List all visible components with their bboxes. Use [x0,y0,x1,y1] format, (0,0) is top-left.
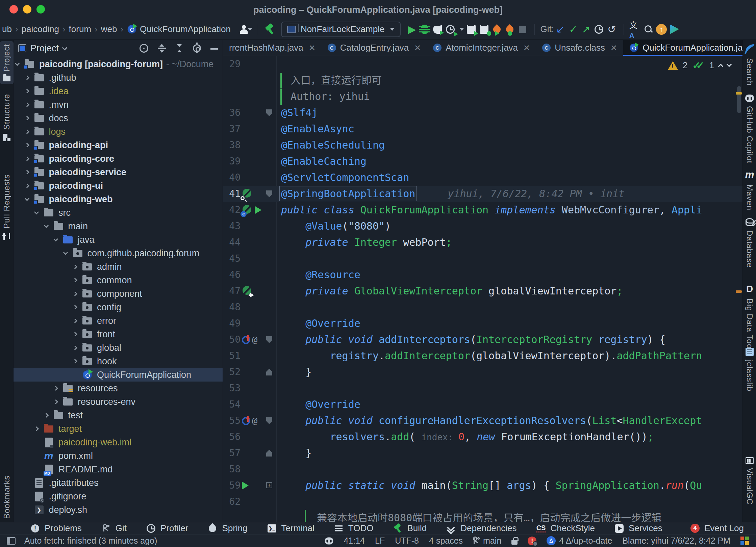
tree-item-.idea[interactable]: .idea [14,84,223,98]
code-line[interactable]: 入口，直接运行即可 [223,72,742,88]
run-coverage-button[interactable] [431,23,444,36]
chevron-collapsed-icon[interactable] [73,345,77,350]
tree-item-docs[interactable]: docs [14,111,223,125]
status-widget-Blame-[interactable]: Blame: yihui 7/6/22, 8:42 PM [622,536,730,546]
close-icon[interactable]: ✕ [414,43,421,53]
toolwindow-button-spring[interactable]: Spring [208,523,247,533]
toolwindow-button-services[interactable]: Services [614,523,662,533]
update-available-button[interactable]: ↑ [655,23,668,36]
code-line-29[interactable]: 29 [223,56,742,72]
status-widget[interactable] [325,537,333,545]
chevron-collapsed-icon[interactable] [24,143,29,148]
translate-button[interactable]: 文A [629,23,642,36]
status-widget[interactable] [511,537,518,545]
chevron-collapsed-icon[interactable] [53,399,58,404]
breadcrumb-item-forum[interactable]: forum [69,24,91,34]
chevron-down-icon[interactable] [62,45,68,50]
debug-button[interactable] [418,23,431,36]
breadcrumb-item-QuickForumApplication[interactable]: QuickForumApplication [140,24,231,34]
tree-item-paicoding-web.iml[interactable]: paicoding-web.iml [14,436,223,449]
chevron-collapsed-icon[interactable] [24,75,29,80]
chevron-collapsed-icon[interactable] [24,156,29,161]
code-line-54[interactable]: 54 @Override [223,396,742,413]
code-editor[interactable]: 29入口，直接运行即可Author: yihui36@Slf4j37@Enabl… [223,56,742,522]
fold-marker[interactable] [266,109,272,116]
tree-item-paicoding[interactable]: paicoding [paicoding-forum]- ~/Docume [14,57,223,71]
toolwindow-tab-github-copilot[interactable]: GitHub Copilot [743,95,756,163]
editor-tab-rrentHashMap.java[interactable]: rrentHashMap.java✕ [223,40,322,56]
code-line[interactable]: Author: yihui [223,88,742,105]
toolwindow-tab-visualgc[interactable]: VisualGC [743,457,756,505]
tree-item-common[interactable]: common [14,274,223,287]
tree-item-paicoding-web[interactable]: paicoding-web [14,192,223,206]
tree-item-logs[interactable]: logs [14,125,223,138]
tree-item-.gitignore[interactable]: .gitignore [14,490,223,503]
code-line-59[interactable]: 59+ public static void main(String[] arg… [223,477,742,494]
toolwindow-button-todo[interactable]: TODO [334,523,374,533]
code-line-52[interactable]: 52 } [223,364,742,380]
toolwindow-tab-structure[interactable]: Structure [0,94,14,141]
toolwindow-tab-search[interactable]: Search [743,44,756,86]
profile-button[interactable] [444,23,457,36]
git-update-button[interactable]: ↙ [554,23,567,36]
toolwindow-button-dependencies[interactable]: Dependencies [446,523,516,533]
async-profiler-run-button[interactable] [490,23,503,36]
tree-item-.gitattributes[interactable]: .gitattributes [14,476,223,490]
code-line-48[interactable]: 48 [223,299,742,315]
capture-memory-debug-button[interactable] [478,23,490,36]
git-commit-button[interactable]: ✓ [567,23,580,36]
tree-item-paicoding-api[interactable]: paicoding-api [14,138,223,152]
status-widget-4[interactable]: Δ4 Δ/up-to-date [547,536,612,546]
profiler-dropdown[interactable] [457,23,465,36]
code-line-46[interactable]: 46 @Resource [223,267,742,283]
status-widget[interactable] [740,537,749,545]
async-profiler-debug-button[interactable] [503,23,516,36]
tree-item-resources[interactable]: resources [14,382,223,395]
fold-marker[interactable]: + [266,482,272,488]
code-line-40[interactable]: 40@ServletComponentScan [223,170,742,186]
editor-tab-CatalogEntry.java[interactable]: CCatalogEntry.java✕ [322,40,427,56]
code-line-62[interactable]: 62 [223,494,742,510]
close-icon[interactable]: ✕ [610,43,617,53]
tree-item-java[interactable]: java [14,233,223,246]
code-line-55[interactable]: 55@ public void configureHandlerExceptio… [223,413,742,429]
chevron-collapsed-icon[interactable] [24,183,29,188]
toolwindow-button-terminal[interactable]: ❯_Terminal [267,523,314,533]
toolwindow-tab-big-data-tools[interactable]: D Big Data Tools [743,284,756,355]
code-line-56[interactable]: 56 resolvers.add( index: 0, new ForumExc… [223,429,742,445]
code-line-41[interactable]: 41@SpringBootApplicationyihui, 7/6/22, 8… [223,186,742,202]
code-line-37[interactable]: 37@EnableAsync [223,121,742,137]
tree-item-target[interactable]: target [14,422,223,436]
code-line-49[interactable]: 49 @Override [223,315,742,332]
hide-panel-button[interactable] [210,47,218,50]
code-line-51[interactable]: 51 registry.addInterceptor(globalViewInt… [223,348,742,364]
chevron-collapsed-icon[interactable] [24,170,29,175]
code-line-38[interactable]: 38@EnableScheduling [223,137,742,153]
tree-item-resources-env[interactable]: resources-env [14,395,223,409]
code-line-45[interactable]: 45 [223,251,742,267]
close-icon[interactable]: ✕ [309,43,316,53]
toolwindow-tab-jclasslib[interactable]: jclasslib [743,348,756,391]
expand-all-button[interactable] [158,44,166,53]
warning-stripe-mark[interactable] [736,92,742,95]
build-project-button[interactable] [263,23,276,36]
chevron-collapsed-icon[interactable] [53,386,58,391]
tree-item-com.github.paicoding.forum[interactable]: com.github.paicoding.forum [14,246,223,260]
tree-item-src[interactable]: src [14,206,223,219]
tree-item-error[interactable]: error [14,314,223,328]
status-widget-UTF-8[interactable]: UTF-8 [395,536,419,546]
editor-scrollbar[interactable] [737,86,741,113]
breadcrumb-item-ub[interactable]: ub [2,24,12,34]
chevron-collapsed-icon[interactable] [73,318,77,323]
chevron-expanded-icon[interactable] [15,61,20,66]
status-widget-4[interactable]: 4 spaces [429,536,463,546]
fold-marker[interactable] [266,369,272,375]
close-icon[interactable]: ✕ [523,43,530,53]
status-widget-main[interactable]: main [473,536,501,546]
code-line-47[interactable]: 47 private GlobalViewInterceptor globalV… [223,283,742,299]
toolwindow-button-profiler[interactable]: Profiler [146,523,188,533]
chevron-collapsed-icon[interactable] [73,332,77,337]
tree-item-paicoding-ui[interactable]: paicoding-ui [14,179,223,192]
code-line-44[interactable]: 44 private Integer webPort; [223,234,742,251]
code-line-39[interactable]: 39@EnableCaching [223,153,742,170]
